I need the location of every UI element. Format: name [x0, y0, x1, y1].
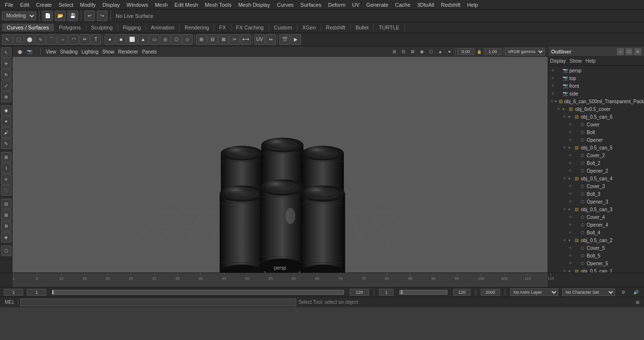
toolbar-icon-new[interactable]: 📄	[42, 11, 53, 21]
vp-menu-lighting[interactable]: Lighting	[81, 49, 98, 54]
paint-icon[interactable]: 🖌	[1, 127, 12, 138]
tree-item-can2[interactable]: 👁▾▤obj_0.5_can_2	[548, 236, 644, 244]
tab-turtle[interactable]: TURTLE	[374, 24, 405, 31]
vis-icon-can5[interactable]: 👁	[562, 145, 567, 150]
vp-colorspace-dropdown[interactable]: sRGB gamma	[505, 48, 545, 55]
char-set-dropdown[interactable]: No Character Set	[562, 288, 615, 296]
vis-icon-can1[interactable]: 👁	[562, 268, 567, 272]
tree-item-cover2[interactable]: 👁⬡Cover_2	[548, 151, 644, 159]
tree-item-cover5[interactable]: 👁⬡Cover_5	[548, 244, 644, 252]
menu-mesh-display[interactable]: Mesh Display	[236, 1, 273, 9]
menu-display[interactable]: Display	[100, 1, 123, 9]
vis-icon-opener2[interactable]: 👁	[567, 168, 573, 174]
pencil-icon[interactable]: ✏	[79, 34, 90, 45]
tab-polygons[interactable]: Polygons	[54, 24, 86, 31]
vis-icon-pack[interactable]: 👁	[550, 98, 554, 104]
transform-icon[interactable]: ⊕	[1, 92, 12, 102]
hypershade-icon[interactable]: ◈	[1, 232, 12, 243]
ipr-icon[interactable]: ▶	[290, 34, 301, 45]
timeline-ruler[interactable]: 1510152025303540455055606570758085909510…	[13, 273, 548, 287]
tree-item-top[interactable]: 👁📷top	[548, 74, 644, 82]
vis-icon-cover5[interactable]: 👁	[567, 245, 573, 251]
frame-total-input[interactable]	[481, 289, 500, 296]
plane-icon[interactable]: ▭	[149, 34, 159, 45]
vp-menu-show[interactable]: Show	[102, 49, 114, 54]
vis-icon-cover2[interactable]: 👁	[567, 152, 573, 158]
anim-settings-icon[interactable]: 🔊	[631, 288, 640, 297]
outliner-menu-show[interactable]: Show	[570, 58, 582, 64]
vp-tool5[interactable]: ⬡	[427, 47, 435, 56]
nurbs-icon[interactable]: ◇	[182, 34, 193, 45]
toolbar-icon-undo[interactable]: ↩	[84, 11, 95, 21]
menu-cache[interactable]: Cache	[392, 1, 413, 9]
vis-icon-persp[interactable]: 👁	[550, 68, 556, 73]
frame-anim-start[interactable]	[379, 289, 394, 296]
text-icon[interactable]: T	[91, 34, 101, 45]
tree-item-opener[interactable]: 👁⬡Opener	[548, 136, 644, 144]
outliner-menu-help[interactable]: Help	[586, 58, 596, 64]
tree-item-can6[interactable]: 👁▾▤obj_0.5_can_6	[548, 113, 644, 121]
3pt-arc-icon[interactable]: ◠	[68, 34, 79, 45]
vis-icon-cover3[interactable]: 👁	[567, 183, 573, 189]
attr-editor-icon[interactable]: ⊞	[1, 210, 12, 220]
playback-slider[interactable]	[52, 290, 344, 295]
tree-item-bolt5[interactable]: 👁⬡Bolt_5	[548, 252, 644, 259]
tree-item-opener3[interactable]: 👁⬡Opener_3	[548, 198, 644, 205]
uv-editor-icon[interactable]: UV	[254, 34, 265, 45]
tab-fx-caching[interactable]: FX Caching	[231, 24, 269, 31]
soft-mod-icon[interactable]: ◉	[1, 105, 12, 116]
menu-modify[interactable]: Modify	[77, 1, 98, 9]
tab-custom[interactable]: Custom	[269, 24, 298, 31]
curve-tool-icon[interactable]: ∿	[35, 34, 46, 45]
extrude-icon[interactable]: ⊞	[196, 34, 207, 45]
toolbar-icon-save[interactable]: 💾	[67, 11, 78, 21]
tab-rendering[interactable]: Rendering	[180, 24, 214, 31]
snap-grid-icon[interactable]: ⊞	[1, 152, 12, 163]
xray-icon[interactable]: ⬡	[1, 245, 12, 256]
menu-help[interactable]: Help	[464, 1, 481, 9]
tree-item-can4[interactable]: 👁▾▤obj_0.5_can_4	[548, 175, 644, 182]
select-tool-icon[interactable]: ↖	[2, 34, 13, 45]
tree-item-cover_group[interactable]: 👁▾▤obj_6x0.5_cover	[548, 105, 644, 113]
menu-file[interactable]: File	[2, 1, 16, 9]
vp-cam-near[interactable]	[457, 48, 474, 55]
tree-item-opener2[interactable]: 👁⬡Opener_2	[548, 167, 644, 175]
display-layer-icon[interactable]: ≡	[1, 174, 12, 185]
cone-icon[interactable]: ▲	[138, 34, 148, 45]
tree-item-bolt3[interactable]: 👁⬡Bolt_3	[548, 190, 644, 198]
anim-layer-dropdown[interactable]: No Anim Layer	[510, 288, 558, 296]
vis-icon-can4[interactable]: 👁	[562, 176, 567, 181]
tree-item-opener4[interactable]: 👁⬡Opener_4	[548, 221, 644, 229]
vis-icon-bolt5[interactable]: 👁	[567, 253, 573, 258]
vis-icon-side[interactable]: 👁	[550, 91, 556, 96]
tab-redshift[interactable]: Redshift	[321, 24, 351, 31]
vis-icon-bolt2[interactable]: 👁	[567, 160, 573, 166]
vis-icon-can3[interactable]: 👁	[562, 206, 567, 212]
toolbar-icon-redo[interactable]: ↪	[97, 11, 107, 21]
menu-edit-mesh[interactable]: Edit Mesh	[171, 1, 201, 9]
tab-sculpting[interactable]: Sculpting	[86, 24, 118, 31]
vis-icon-opener4[interactable]: 👁	[567, 222, 573, 228]
frame-end-total-input[interactable]	[453, 289, 471, 296]
cylinder-icon[interactable]: ⬜	[127, 34, 137, 45]
bezier-icon[interactable]: ⌒	[46, 34, 57, 45]
vp-menu-shading[interactable]: Shading	[60, 49, 78, 54]
frame-current-input[interactable]	[27, 289, 46, 296]
vp-menu-view[interactable]: View	[46, 49, 56, 54]
menu-uv[interactable]: UV	[349, 1, 362, 9]
tree-item-can5[interactable]: 👁▾▤obj_0.5_can_5	[548, 144, 644, 151]
render-region-icon[interactable]: ⬛	[1, 185, 12, 196]
bridge-icon[interactable]: ⊠	[218, 34, 229, 45]
vis-icon-opener[interactable]: 👁	[567, 137, 573, 143]
vp-tool4[interactable]: ◉	[418, 47, 426, 56]
vp-tool2[interactable]: ⊟	[399, 47, 408, 56]
insert-edge-icon[interactable]: ⟷	[240, 34, 251, 45]
bevel-icon[interactable]: ⊟	[207, 34, 218, 45]
tab-xgen[interactable]: XGen	[297, 24, 321, 31]
tree-item-cover[interactable]: 👁⬡Cover	[548, 121, 644, 128]
sculpt-icon[interactable]: ✦	[1, 116, 12, 127]
vis-icon-bolt4[interactable]: 👁	[567, 230, 573, 235]
menu-select[interactable]: Select	[56, 1, 77, 9]
lasso-tool-icon[interactable]: ⬚	[13, 34, 24, 45]
vp-tool3[interactable]: ⊠	[408, 47, 417, 56]
